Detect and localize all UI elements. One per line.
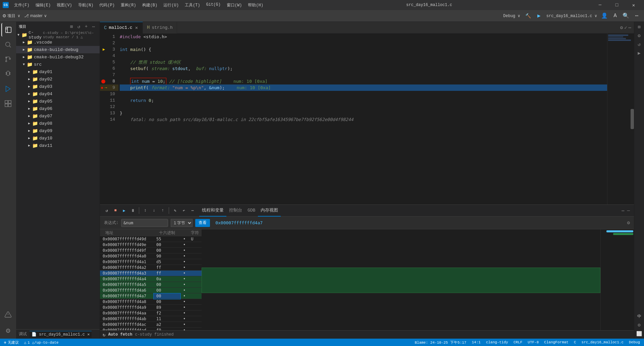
menu-refactor[interactable]: 重构(R) bbox=[118, 2, 139, 9]
activity-run[interactable] bbox=[1, 82, 15, 96]
status-filename[interactable]: src_day16_malloc1.c bbox=[580, 340, 625, 344]
debug-tab-threads[interactable]: 线程和变量 bbox=[199, 205, 226, 217]
edit-button[interactable]: ✎ bbox=[171, 207, 179, 215]
tree-item-vscode[interactable]: ▶ 📁 .vscode bbox=[16, 39, 100, 46]
right-icon-2[interactable]: ⚙ bbox=[636, 32, 643, 39]
search-icon[interactable]: 🔍 bbox=[621, 11, 631, 20]
menu-view[interactable]: 视图(V) bbox=[54, 2, 75, 9]
tree-item-day09[interactable]: ▶📁day09 bbox=[16, 127, 100, 134]
menu-window[interactable]: 窗口(W) bbox=[224, 2, 245, 9]
run-debug-button[interactable]: ▶ bbox=[534, 11, 544, 20]
right-icon-bottom1[interactable]: 中 bbox=[636, 312, 643, 320]
new-folder-icon[interactable]: + bbox=[83, 23, 90, 30]
status-filetype[interactable]: C bbox=[573, 340, 578, 344]
activity-settings[interactable]: ⚙ bbox=[1, 324, 15, 337]
debug-close-icon[interactable]: — bbox=[626, 208, 631, 213]
tree-item-cmake-debug[interactable]: ▶ 📁 cmake-build-debug bbox=[16, 46, 100, 53]
menu-code[interactable]: 代码(P) bbox=[97, 2, 117, 9]
collapse-all-icon[interactable]: ⊞ bbox=[68, 23, 75, 30]
tree-item-day03[interactable]: ▶📁day03 bbox=[16, 83, 100, 90]
tree-item-day05[interactable]: ▶📁day05 bbox=[16, 98, 100, 105]
tree-item-day06[interactable]: ▶📁day06 bbox=[16, 105, 100, 112]
side-tab-debug[interactable]: 调试 bbox=[19, 331, 27, 337]
tree-item-day07[interactable]: ▶📁day07 bbox=[16, 112, 100, 120]
target-label[interactable]: src_day16_malloc1.c ∨ bbox=[545, 11, 598, 20]
tab-malloc1c[interactable]: C malloc1.c ✕ bbox=[100, 22, 143, 34]
tab-close-malloc1[interactable]: ✕ bbox=[135, 25, 139, 31]
step-out-button[interactable]: ↑ bbox=[159, 207, 167, 215]
menu-build[interactable]: 构建(B) bbox=[140, 2, 160, 9]
status-blame[interactable]: Blame: 24-10-25 下午5:17 bbox=[413, 340, 468, 345]
tree-item-day02[interactable]: ▶📁day02 bbox=[16, 75, 100, 83]
right-icon-4[interactable]: ▶ bbox=[636, 49, 643, 57]
profile-icon[interactable]: 👤 bbox=[600, 11, 609, 20]
status-formatter[interactable]: ClangFormat bbox=[543, 340, 570, 344]
project-dropdown[interactable]: ⚙ 项目 ∨ bbox=[3, 12, 20, 19]
status-eol[interactable]: CRLF bbox=[512, 340, 524, 344]
watch-settings-icon[interactable]: ⚙ bbox=[627, 220, 630, 226]
status-encoding[interactable]: UTF-8 bbox=[526, 340, 540, 344]
stop-button[interactable]: ■ bbox=[111, 207, 119, 215]
autofetch-icon[interactable]: ↻ bbox=[103, 332, 105, 338]
build-icon[interactable]: 🔨 bbox=[524, 11, 533, 20]
pause-button[interactable]: ⏸ bbox=[129, 207, 137, 215]
tree-item-day08[interactable]: ▶📁day08 bbox=[16, 120, 100, 127]
code-area[interactable]: #include <stdio.h> int main() { // 禁用 st… bbox=[118, 34, 607, 205]
tree-item-cmake-debug32[interactable]: ▶ 📁 cmake-build-debug32 bbox=[16, 53, 100, 61]
menu-tools[interactable]: 工具(T) bbox=[182, 2, 203, 9]
tree-item-day04[interactable]: ▶📁day04 bbox=[16, 90, 100, 98]
tree-item-day01[interactable]: ▶📁day01 bbox=[16, 68, 100, 75]
debug-tab-memory[interactable]: 内存视图 bbox=[258, 205, 281, 217]
right-icon-bottom2[interactable]: ⚙ bbox=[636, 321, 643, 329]
more-actions-icon[interactable]: ⋯ bbox=[90, 23, 97, 30]
editor-more-icon[interactable]: ✓ bbox=[624, 25, 627, 31]
minimize-button[interactable]: ─ bbox=[592, 0, 608, 10]
tab-stringh[interactable]: H string.h bbox=[143, 22, 177, 34]
activity-git[interactable] bbox=[1, 53, 15, 66]
settings-icon[interactable]: ⋯ bbox=[632, 11, 641, 20]
activity-search[interactable] bbox=[1, 38, 15, 51]
step-over-button[interactable]: ↕ bbox=[141, 207, 149, 215]
activity-warnings[interactable] bbox=[1, 308, 15, 321]
activity-explorer[interactable] bbox=[1, 23, 15, 37]
debug-more-icon[interactable]: ⋯ bbox=[620, 208, 626, 214]
menu-run[interactable]: 运行(U) bbox=[161, 2, 181, 9]
debug-tab-gdb[interactable]: GDB bbox=[245, 205, 258, 217]
tree-item-day10[interactable]: ▶📁day10 bbox=[16, 134, 100, 142]
watch-dropdown[interactable]: 1 字节 2 字节 4 字节 bbox=[171, 219, 193, 227]
menu-git[interactable]: Git(G) bbox=[203, 2, 223, 9]
tree-item-src[interactable]: ▼ 📁 src bbox=[16, 61, 100, 68]
status-line-col[interactable]: 14:1 bbox=[470, 340, 482, 344]
maximize-button[interactable]: □ bbox=[609, 0, 625, 10]
menu-nav[interactable]: 导航(N) bbox=[75, 2, 96, 9]
translate-icon[interactable]: A bbox=[610, 11, 620, 20]
right-icon-1[interactable]: ⊞ bbox=[636, 23, 643, 31]
branch-button[interactable]: ⎇ master ∨ bbox=[21, 12, 50, 19]
watch-search-button[interactable]: 查看 bbox=[195, 219, 210, 227]
status-git[interactable]: △ 1 △/up-to-date bbox=[23, 340, 60, 345]
status-mode[interactable]: Debug bbox=[628, 340, 641, 344]
editor-settings-icon[interactable]: ⋯ bbox=[629, 25, 631, 31]
activity-debug[interactable] bbox=[1, 67, 15, 81]
undo-button[interactable]: ↶ bbox=[180, 207, 188, 215]
status-linter[interactable]: clang-tidy bbox=[485, 340, 509, 344]
menu-help[interactable]: 帮助(H) bbox=[245, 2, 266, 9]
status-no-build[interactable]: ⊕ 无建议 bbox=[3, 340, 20, 345]
refresh-icon[interactable]: ↺ bbox=[75, 23, 82, 30]
step-into-button[interactable]: ↓ bbox=[150, 207, 158, 215]
memory-table-wrap[interactable]: 地址 十六进制 字符 0x00007fffffffd49d55•U0x00007… bbox=[100, 229, 634, 330]
restart-button[interactable]: ↺ bbox=[103, 207, 111, 215]
close-button[interactable]: ✕ bbox=[626, 0, 641, 10]
debug-config-label[interactable]: Debug ∨ bbox=[501, 11, 522, 20]
activity-extensions[interactable] bbox=[1, 97, 15, 110]
debug-tab-console[interactable]: 控制台 bbox=[226, 205, 245, 217]
right-icon-bottom3[interactable]: ⬜ bbox=[636, 330, 643, 337]
menu-edit[interactable]: 编辑(E) bbox=[33, 2, 54, 9]
watch-input[interactable] bbox=[123, 221, 166, 225]
menu-file[interactable]: 文件(F) bbox=[11, 2, 32, 9]
side-tab-file[interactable]: 📄 src_day16_malloc1.c ✕ bbox=[30, 331, 92, 338]
editor-split-icon[interactable]: ⚙ bbox=[620, 25, 623, 31]
more-debug-button[interactable]: ⋯ bbox=[189, 207, 197, 215]
resume-button[interactable]: ▶ bbox=[120, 207, 128, 215]
right-icon-3[interactable]: ↺ bbox=[636, 41, 643, 48]
